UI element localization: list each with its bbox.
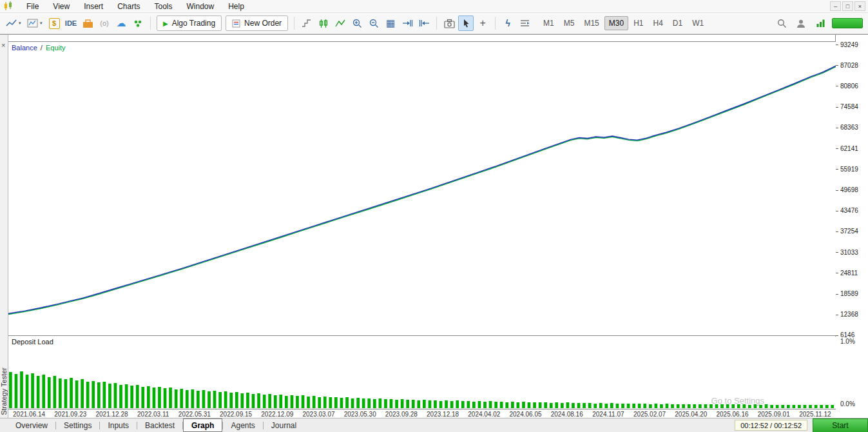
auto-scroll-icon[interactable] bbox=[400, 15, 415, 31]
signal-icon[interactable]: (o) bbox=[97, 15, 112, 31]
timeframe-m30[interactable]: M30 bbox=[604, 16, 628, 30]
deposit-load-bar bbox=[643, 404, 646, 408]
depth-of-market-icon[interactable] bbox=[517, 15, 532, 31]
deposit-load-bar bbox=[31, 373, 34, 408]
timeframe-w1[interactable]: W1 bbox=[688, 16, 708, 30]
deposit-load-chart[interactable]: Deposit Load bbox=[8, 337, 836, 409]
deposit-load-bar bbox=[693, 404, 696, 408]
x-axis-date: 2025.11.12 bbox=[799, 411, 831, 418]
restore-button[interactable]: □ bbox=[842, 1, 853, 11]
y-tick-mark bbox=[836, 86, 838, 86]
chart-window-dropdown-icon[interactable]: ▾ bbox=[40, 21, 45, 26]
timeframe-h4[interactable]: H4 bbox=[648, 16, 667, 30]
tab-graph[interactable]: Graph bbox=[183, 418, 222, 432]
timeframe-m1[interactable]: M1 bbox=[539, 16, 559, 30]
close-button[interactable]: × bbox=[854, 1, 865, 11]
deposit-load-bar bbox=[583, 403, 586, 408]
levels-icon[interactable] bbox=[813, 15, 828, 31]
deposit-load-bar bbox=[86, 382, 90, 408]
deposit-load-bar bbox=[130, 386, 133, 408]
deposit-load-bar bbox=[450, 401, 454, 408]
candlestick-chart-icon[interactable] bbox=[316, 15, 331, 31]
tab-backtest[interactable]: Backtest bbox=[137, 418, 182, 432]
deposit-load-bar bbox=[42, 375, 45, 408]
deposit-load-bar bbox=[593, 404, 597, 408]
deposit-load-bar bbox=[125, 384, 128, 408]
zoom-out-icon[interactable] bbox=[366, 15, 381, 31]
chart-window-icon[interactable] bbox=[25, 15, 41, 31]
y-tick-label: 12368 bbox=[840, 311, 858, 318]
menu-insert[interactable]: Insert bbox=[77, 1, 110, 12]
deposit-load-bar bbox=[467, 401, 470, 408]
deposit-load-bar bbox=[550, 403, 553, 408]
start-button[interactable]: Start bbox=[813, 418, 868, 432]
y-tick-mark bbox=[836, 190, 838, 191]
x-axis-date: 2021.12.28 bbox=[95, 411, 128, 418]
search-icon[interactable] bbox=[774, 15, 789, 31]
briefcase-icon[interactable] bbox=[80, 15, 95, 31]
chart-style-dropdown-icon[interactable]: ▾ bbox=[19, 21, 24, 26]
tab-agents[interactable]: Agents bbox=[223, 418, 262, 432]
crosshair-tool-icon[interactable]: + bbox=[475, 15, 490, 31]
tab-inputs[interactable]: Inputs bbox=[100, 418, 137, 432]
deposit-load-bar bbox=[815, 405, 818, 408]
tab-overview[interactable]: Overview bbox=[8, 418, 55, 432]
deposit-load-bar bbox=[147, 386, 150, 408]
timeframe-d1[interactable]: D1 bbox=[668, 16, 687, 30]
zoom-in-icon[interactable] bbox=[349, 15, 365, 31]
deposit-load-bar bbox=[709, 404, 713, 408]
one-click-trading-icon[interactable]: ϟ bbox=[500, 15, 516, 31]
y-axis: 1.0% 0.0% 932498702880806745846836362141… bbox=[836, 35, 868, 418]
deposit-load-bar bbox=[809, 405, 812, 408]
deposit-load-bar bbox=[373, 399, 376, 408]
minimize-button[interactable]: – bbox=[830, 1, 841, 11]
symbols-icon[interactable]: $ bbox=[46, 15, 62, 31]
menu-file[interactable]: File bbox=[19, 1, 46, 12]
chart-shift-icon[interactable] bbox=[416, 15, 432, 31]
new-order-button[interactable]: New Order bbox=[226, 15, 288, 31]
deposit-load-bar bbox=[136, 385, 139, 408]
deposit-load-bar bbox=[180, 389, 183, 408]
chart-line-style-icon[interactable] bbox=[4, 15, 19, 31]
cloud-icon[interactable]: ☁ bbox=[113, 15, 129, 31]
y-tick-label: 24811 bbox=[840, 270, 858, 277]
menu-view[interactable]: View bbox=[46, 1, 77, 12]
y-tick-mark bbox=[836, 231, 838, 232]
deposit-load-plot bbox=[8, 337, 836, 409]
timeframe-m5[interactable]: M5 bbox=[559, 16, 579, 30]
ide-button[interactable]: IDE bbox=[63, 15, 79, 31]
timeframe-h1[interactable]: H1 bbox=[629, 16, 648, 30]
deposit-load-bar bbox=[599, 403, 603, 408]
deposit-load-bar bbox=[561, 403, 564, 408]
algo-trading-button[interactable]: ▶ Algo Trading bbox=[157, 15, 222, 31]
tab-settings[interactable]: Settings bbox=[56, 418, 99, 432]
tester-close-button[interactable]: × bbox=[1, 42, 5, 49]
menu-charts[interactable]: Charts bbox=[110, 1, 147, 12]
x-axis-date: 2023.05.30 bbox=[344, 411, 376, 418]
community-icon[interactable] bbox=[130, 15, 146, 31]
timeframe-m15[interactable]: M15 bbox=[579, 16, 603, 30]
deposit-load-bar bbox=[759, 405, 762, 408]
tile-windows-icon[interactable]: ▦ bbox=[383, 15, 398, 31]
y-tick-mark bbox=[836, 65, 838, 66]
deposit-load-bar bbox=[323, 397, 327, 408]
toolbar-separator bbox=[436, 17, 437, 30]
deposit-load-bar bbox=[37, 376, 40, 408]
menu-tools[interactable]: Tools bbox=[148, 1, 180, 12]
screenshot-icon[interactable] bbox=[441, 15, 457, 31]
tab-journal[interactable]: Journal bbox=[264, 418, 304, 432]
line-chart-icon[interactable] bbox=[333, 15, 348, 31]
deposit-load-bar bbox=[417, 400, 420, 408]
deposit-load-bar bbox=[141, 387, 144, 408]
cursor-tool-icon[interactable] bbox=[458, 15, 474, 31]
step-chart-icon[interactable] bbox=[299, 15, 314, 31]
deposit-load-bar bbox=[229, 393, 233, 408]
y-tick-mark bbox=[836, 252, 838, 253]
deposit-load-bar bbox=[748, 405, 751, 408]
balance-equity-chart[interactable]: Balance / Equity bbox=[8, 41, 836, 336]
menu-help[interactable]: Help bbox=[221, 1, 251, 12]
menu-window[interactable]: Window bbox=[180, 1, 222, 12]
y-tick-mark bbox=[836, 294, 838, 295]
account-icon[interactable] bbox=[793, 15, 809, 31]
y-tick-label: 74584 bbox=[840, 103, 858, 110]
